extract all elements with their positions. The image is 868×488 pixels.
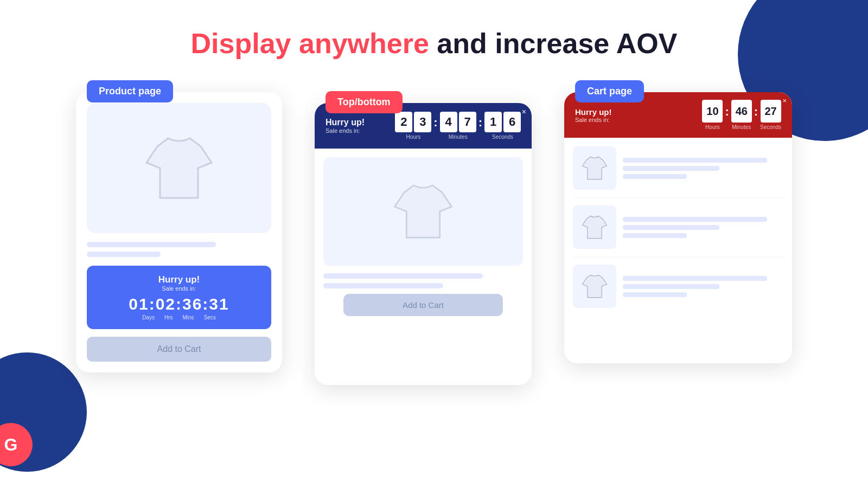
topbottom-shirt-icon — [385, 174, 461, 249]
cart-hours-display: 10 — [702, 100, 723, 123]
cart-line-2a — [623, 217, 767, 222]
hours-group: 2 3 Hours — [395, 112, 431, 140]
cart-line-1c — [623, 174, 687, 179]
minutes-digit-1: 4 — [440, 112, 457, 132]
topbottom-badge: Top/bottom — [326, 91, 403, 113]
hours-digit-2: 3 — [414, 112, 431, 132]
cart-hurry-section: Hurry up! Sale ends in: — [575, 107, 612, 123]
cart-sale-text: Sale ends in: — [575, 117, 612, 123]
product-hurry-text: Hurry up! — [98, 274, 260, 285]
product-countdown-banner: Hurry up! Sale ends in: 01:02:36:31 Days… — [87, 266, 271, 329]
cart-line-1a — [623, 158, 767, 163]
cart-seconds-digits: 27 — [761, 100, 781, 123]
main-title: Display anywhere and increase AOV — [191, 27, 678, 60]
topbottom-hurry-section: Hurry up! Sale ends in: — [326, 118, 365, 134]
cart-minutes-group: 46 Minutes — [731, 100, 752, 130]
logo-circle: G — [0, 423, 33, 466]
shirt-icon — [136, 125, 222, 211]
topbottom-card: Hurry up! Sale ends in: 2 3 Hours : — [315, 103, 532, 385]
logo-letter: G — [4, 435, 18, 455]
cart-item-row-2 — [573, 206, 783, 257]
cart-seconds-display: 27 — [761, 100, 781, 123]
cards-container: Product page Hurry up! Sale ends in: 01:… — [33, 92, 835, 385]
product-page-badge: Product page — [87, 80, 173, 102]
label-hrs: Hrs — [164, 314, 173, 320]
cart-line-1b — [623, 166, 719, 171]
label-secs: Secs — [204, 314, 216, 320]
product-image-area — [87, 103, 271, 233]
flip-counter: 2 3 Hours : 4 7 Minutes — [395, 112, 521, 140]
minutes-digits: 4 7 — [440, 112, 476, 132]
topbottom-sale-text: Sale ends in: — [326, 127, 365, 134]
cart-item-image-1 — [573, 146, 616, 190]
cart-line-2b — [623, 225, 719, 230]
hours-digit-1: 2 — [395, 112, 412, 132]
cart-page-card: Hurry up! Sale ends in: 10 Hours : — [564, 92, 792, 363]
topbottom-add-to-cart-button[interactable]: Add to Cart — [343, 294, 503, 316]
seconds-group: 1 6 Seconds — [484, 112, 521, 140]
cart-seconds-group: 27 Seconds — [760, 100, 781, 130]
cart-item-lines-1 — [623, 158, 783, 179]
product-add-to-cart-button[interactable]: Add to Cart — [87, 337, 271, 362]
cart-hours-label: Hours — [705, 124, 720, 130]
hours-digits: 2 3 — [395, 112, 431, 132]
colon-2: : — [478, 115, 482, 130]
cart-page-wrapper: Cart page Hurry up! Sale ends in: 10 Hou… — [564, 92, 792, 363]
product-countdown-labels: Days Hrs Mins Secs — [98, 314, 260, 320]
cart-line-3b — [623, 284, 719, 289]
seconds-label: Seconds — [492, 134, 513, 140]
cart-item-image-3 — [573, 265, 616, 308]
colon-1: : — [433, 115, 437, 130]
cart-item-row-3 — [573, 265, 783, 316]
cart-page-badge: Cart page — [575, 80, 644, 102]
cart-line-3c — [623, 292, 687, 297]
cart-shirt-icon-1 — [578, 152, 611, 184]
cart-minutes-digits: 46 — [731, 100, 752, 123]
cart-close-button[interactable]: × — [782, 97, 787, 105]
cart-line-2c — [623, 233, 687, 238]
topbottom-line-2 — [323, 283, 443, 288]
minutes-digit-2: 7 — [459, 112, 476, 132]
cart-shirt-icon-3 — [578, 270, 611, 303]
topbottom-image-area — [323, 157, 523, 266]
cart-item-image-2 — [573, 206, 616, 249]
title-rest: and increase AOV — [429, 28, 678, 59]
cart-seconds-label: Seconds — [760, 124, 781, 130]
product-sale-text: Sale ends in: — [98, 285, 260, 292]
product-line-1 — [87, 242, 216, 247]
topbottom-hurry-title: Hurry up! — [326, 118, 365, 127]
product-countdown-time: 01:02:36:31 — [98, 295, 260, 313]
cart-minutes-display: 46 — [731, 100, 752, 123]
cart-hours-digits: 10 — [702, 100, 723, 123]
cart-hours-group: 10 Hours — [702, 100, 723, 130]
cart-item-row-1 — [573, 146, 783, 198]
topbottom-wrapper: Top/bottom Hurry up! Sale ends in: 2 3 — [315, 103, 532, 385]
cart-colon-1: : — [725, 105, 729, 119]
minutes-group: 4 7 Minutes — [440, 112, 476, 140]
product-page-wrapper: Product page Hurry up! Sale ends in: 01:… — [76, 92, 282, 373]
cart-shirt-icon-2 — [578, 211, 611, 243]
cart-hurry-title: Hurry up! — [575, 107, 612, 117]
product-line-2 — [87, 252, 161, 257]
cart-minutes-label: Minutes — [732, 124, 751, 130]
topbottom-line-1 — [323, 273, 483, 279]
product-page-card: Hurry up! Sale ends in: 01:02:36:31 Days… — [76, 92, 282, 373]
topbottom-body: Add to Cart — [315, 149, 532, 325]
cart-colon-2: : — [754, 105, 758, 119]
title-highlight: Display anywhere — [191, 28, 429, 59]
minutes-label: Minutes — [449, 134, 468, 140]
cart-item-lines-3 — [623, 276, 783, 297]
hours-label: Hours — [406, 134, 421, 140]
product-lines — [87, 242, 271, 257]
topbottom-close-button[interactable]: × — [522, 107, 526, 116]
seconds-digit-1: 1 — [484, 112, 502, 132]
cart-body — [564, 138, 792, 332]
label-days: Days — [142, 314, 155, 320]
seconds-digit-2: 6 — [503, 112, 521, 132]
label-mins: Mins — [183, 314, 194, 320]
seconds-digits: 1 6 — [484, 112, 521, 132]
cart-item-lines-2 — [623, 217, 783, 238]
cart-line-3a — [623, 276, 767, 281]
cart-flip-counter: 10 Hours : 46 Minutes : — [702, 100, 781, 130]
